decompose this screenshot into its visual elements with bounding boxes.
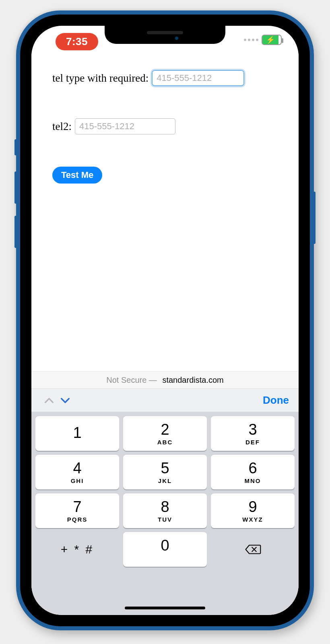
key-8-letters: TUV xyxy=(158,516,172,523)
power-button xyxy=(312,192,316,244)
key-3[interactable]: 3 DEF xyxy=(211,416,295,451)
key-2-letters: ABC xyxy=(157,439,173,446)
signal-dots-icon xyxy=(244,39,258,41)
url-domain-text: standardista.com xyxy=(162,376,223,385)
tel1-label: tel type with required: xyxy=(52,72,148,85)
key-symbols-label: + * # xyxy=(61,543,94,556)
key-7-digit: 7 xyxy=(73,499,81,514)
volume-down-button xyxy=(14,216,18,248)
key-1[interactable]: 1 xyxy=(35,416,119,451)
key-3-digit: 3 xyxy=(248,422,257,437)
button-row: Test Me xyxy=(52,167,278,184)
notch xyxy=(105,26,225,44)
numeric-keypad: 1 2 ABC 3 DEF 4 GHI xyxy=(31,412,299,571)
tel1-input[interactable] xyxy=(152,70,244,86)
status-time-recording-pill[interactable]: 7:35 xyxy=(56,33,98,50)
status-right: ⚡ xyxy=(244,35,282,45)
key-6[interactable]: 6 MNO xyxy=(211,455,295,489)
key-8-digit: 8 xyxy=(161,499,169,514)
mute-switch xyxy=(14,139,18,155)
key-9-digit: 9 xyxy=(248,499,257,514)
key-2[interactable]: 2 ABC xyxy=(123,416,207,451)
key-7[interactable]: 7 PQRS xyxy=(35,493,119,528)
earpiece xyxy=(147,31,183,34)
keyboard-accessory-bar: Done xyxy=(31,389,299,412)
key-4-digit: 4 xyxy=(73,460,81,476)
key-7-letters: PQRS xyxy=(67,516,88,523)
phone-bezel: 7:35 ⚡ tel type with required: xyxy=(20,14,310,626)
tel2-input[interactable] xyxy=(75,118,175,134)
key-9[interactable]: 9 WXYZ xyxy=(211,493,295,528)
test-me-button[interactable]: Test Me xyxy=(52,167,102,184)
key-5-letters: JKL xyxy=(158,477,172,484)
key-5[interactable]: 5 JKL xyxy=(123,455,207,489)
chevron-down-icon xyxy=(60,395,71,406)
backspace-icon xyxy=(244,541,261,558)
field-row-1: tel type with required: xyxy=(52,70,278,86)
key-symbols[interactable]: + * # xyxy=(35,532,119,567)
key-2-digit: 2 xyxy=(161,422,169,437)
home-indicator[interactable] xyxy=(125,607,205,609)
battery-icon: ⚡ xyxy=(262,35,282,45)
volume-up-button xyxy=(14,171,18,204)
tel2-label: tel2: xyxy=(52,120,72,133)
phone-screen: 7:35 ⚡ tel type with required: xyxy=(31,26,299,615)
key-8[interactable]: 8 TUV xyxy=(123,493,207,528)
key-6-digit: 6 xyxy=(248,460,257,476)
key-4[interactable]: 4 GHI xyxy=(35,455,119,489)
key-5-digit: 5 xyxy=(161,460,169,476)
phone-frame: 7:35 ⚡ tel type with required: xyxy=(16,10,314,630)
key-4-letters: GHI xyxy=(71,477,84,484)
url-bar[interactable]: Not Secure — standardista.com xyxy=(31,371,299,389)
key-0[interactable]: 0 X xyxy=(123,532,207,567)
key-6-letters: MNO xyxy=(245,477,261,484)
field-row-2: tel2: xyxy=(52,118,278,134)
prev-field-button xyxy=(41,392,57,409)
key-3-letters: DEF xyxy=(245,439,260,446)
key-9-letters: WXYZ xyxy=(242,516,263,523)
next-field-button[interactable] xyxy=(57,392,73,409)
key-backspace[interactable] xyxy=(211,532,295,567)
not-secure-label: Not Secure — xyxy=(106,376,157,385)
keyboard-done-button[interactable]: Done xyxy=(263,394,289,407)
key-0-digit: 0 xyxy=(161,538,169,553)
battery-fill: ⚡ xyxy=(262,35,278,44)
web-page-content: tel type with required: tel2: Test Me xyxy=(31,54,299,371)
front-camera xyxy=(175,36,179,40)
key-1-digit: 1 xyxy=(73,425,81,440)
url-domain xyxy=(159,376,161,385)
chevron-up-icon xyxy=(43,395,55,406)
charging-bolt-icon: ⚡ xyxy=(266,36,275,43)
